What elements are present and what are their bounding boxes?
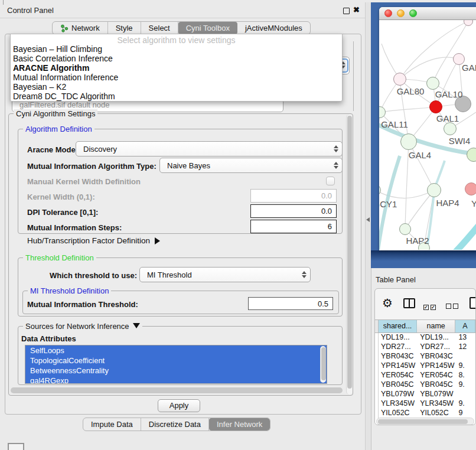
- zoom-window-icon[interactable]: [409, 9, 417, 17]
- table-row[interactable]: YDL19...YDL19...13: [375, 333, 475, 343]
- list-item-topologicalcoefficient[interactable]: TopologicalCoefficient: [25, 356, 327, 366]
- table-horizontal-scrollbar[interactable]: [376, 418, 474, 425]
- combo-stepper-icon: [334, 162, 338, 169]
- popup-item-mutual-information[interactable]: Mutual Information Inference: [11, 73, 342, 82]
- popup-item-bayesian-k2[interactable]: Bayesian – K2: [11, 82, 342, 92]
- tab-impute-data-label: Impute Data: [91, 420, 133, 429]
- dpi-tolerance-field[interactable]: 0.0: [250, 204, 337, 218]
- manual-kernel-checkbox[interactable]: [326, 177, 335, 185]
- minimize-window-icon[interactable]: [397, 9, 405, 17]
- tab-network[interactable]: Network: [53, 22, 108, 34]
- aracne-mode-combo[interactable]: Discovery: [76, 141, 343, 156]
- table-row[interactable]: YBR043CYBR043C: [375, 352, 475, 361]
- float-panel-icon[interactable]: [343, 8, 350, 14]
- network-node-gal1[interactable]: [429, 100, 442, 113]
- export-table-icon[interactable]: [470, 297, 476, 309]
- tab-discretize-data[interactable]: Discretize Data: [141, 418, 209, 431]
- node-label: Y: [471, 198, 476, 208]
- table-scrollbar-thumb[interactable]: [378, 419, 468, 424]
- table-row[interactable]: YIL052CYIL052C9: [375, 409, 475, 418]
- tab-cyni-toolbox[interactable]: Cyni Toolbox: [178, 22, 237, 34]
- splitter-collapse-icon[interactable]: [366, 217, 370, 222]
- network-canvas[interactable]: GAL GAL80 GAL10 GAL1 GAL11 SWI4 GAL4 GCY…: [379, 20, 476, 250]
- table-row[interactable]: YDR27...YDR27...12: [375, 343, 475, 352]
- titlebar-divider: [0, 18, 365, 18]
- mi-type-combo[interactable]: Naive Bayes: [159, 158, 343, 173]
- node-label: GAL1: [436, 113, 459, 123]
- mi-steps-field[interactable]: 6: [250, 220, 337, 233]
- popup-item-basic-correlation[interactable]: Basic Correlation Inference: [11, 54, 342, 63]
- columns-icon[interactable]: [403, 298, 415, 308]
- column-header-name[interactable]: name: [417, 320, 455, 332]
- settings-horizontal-scrollbar[interactable]: [11, 387, 343, 393]
- cell-shared: YDL19...: [375, 333, 417, 343]
- close-panel-icon[interactable]: ✖: [353, 5, 360, 14]
- cell-shared: YBR043C: [375, 352, 417, 361]
- node-label: SWI4: [449, 136, 471, 146]
- table-row[interactable]: YPR145WYPR145W9.: [375, 361, 475, 371]
- list-item-selfloops[interactable]: SelfLoops: [25, 345, 327, 356]
- network-node[interactable]: [465, 182, 476, 195]
- tab-select[interactable]: Select: [141, 22, 178, 34]
- network-node-gal10[interactable]: [426, 77, 439, 90]
- mi-threshold-field[interactable]: 0.5: [248, 297, 333, 310]
- aracne-mode-label: Aracne Mode:: [27, 145, 78, 154]
- node-label: GAL10: [435, 89, 463, 99]
- threshold-definition-title: Threshold Definition: [23, 253, 96, 262]
- tab-jactivemnodules[interactable]: jActiveMNodules: [237, 22, 310, 34]
- cell-shared: YDR27...: [375, 343, 417, 352]
- cell-shared: YIL052C: [375, 409, 417, 418]
- cell-name: YPR145W: [417, 361, 455, 371]
- column-header-partial[interactable]: A: [455, 320, 475, 332]
- which-threshold-combo[interactable]: MI Threshold: [139, 267, 311, 282]
- cell-name: YBR043C: [417, 352, 455, 361]
- combo-stepper-icon: [302, 271, 307, 278]
- list-item-betweennesscentrality[interactable]: BetweennessCentrality: [25, 366, 327, 376]
- mi-threshold-label: Mutual Information Threshold:: [27, 300, 138, 309]
- apply-button[interactable]: Apply: [158, 399, 200, 412]
- tab-impute-data[interactable]: Impute Data: [83, 418, 141, 431]
- hub-definition-toggle[interactable]: Hub/Transcription Factor Definition: [27, 236, 160, 245]
- table-toolbar: ⚙ ✓✓: [375, 289, 475, 319]
- cell-shared: YER054C: [375, 371, 417, 380]
- settings-scrollbar-thumb[interactable]: [347, 116, 352, 389]
- popup-item-dream8[interactable]: Dream8 DC_TDC Algorithm: [11, 92, 342, 101]
- cell-shared: YBL079W: [375, 390, 417, 399]
- settings-vertical-scrollbar[interactable]: [346, 115, 353, 394]
- cell-name: YBL079W: [417, 390, 455, 399]
- popup-item-aracne[interactable]: ARACNE Algorithm: [11, 63, 342, 73]
- tab-style-label: Style: [116, 24, 133, 32]
- network-window: GAL GAL80 GAL10 GAL1 GAL11 SWI4 GAL4 GCY…: [379, 7, 476, 250]
- table-row[interactable]: YLR345WYLR345W9.: [375, 399, 475, 409]
- network-node-gal4[interactable]: [400, 133, 417, 150]
- list-item-gal4rgexp[interactable]: gal4RGexp: [25, 376, 327, 384]
- gear-icon[interactable]: ⚙: [382, 296, 393, 310]
- tab-style[interactable]: Style: [108, 22, 141, 34]
- select-all-icon[interactable]: ✓✓: [423, 301, 438, 311]
- network-node-hap2[interactable]: [399, 223, 411, 235]
- tab-infer-network-label: Infer Network: [217, 420, 262, 429]
- network-window-titlebar[interactable]: [379, 7, 476, 20]
- table-row[interactable]: YER054CYER054C8.: [375, 371, 475, 380]
- cyni-bottom-tabs: Impute Data Discretize Data Infer Networ…: [83, 418, 270, 431]
- cell-value: 9.: [455, 380, 475, 390]
- list-vertical-scrollbar[interactable]: [320, 346, 326, 383]
- close-window-icon[interactable]: [384, 9, 392, 17]
- network-node-hap4[interactable]: [427, 183, 441, 197]
- network-node-swi4[interactable]: [444, 122, 457, 135]
- table-body: YDL19...YDL19...13 YDR27...YDR27...12 YB…: [375, 332, 475, 425]
- algorithm-definition-title: Algorithm Definition: [23, 125, 94, 133]
- resize-grip[interactable]: [8, 443, 24, 450]
- cell-name: YDR27...: [417, 343, 455, 352]
- table-row[interactable]: YBL079WYBL079W: [375, 390, 475, 399]
- tab-select-label: Select: [149, 24, 170, 32]
- deselect-all-icon[interactable]: [446, 301, 460, 311]
- data-attributes-label: Data Attributes: [21, 334, 76, 343]
- column-header-shared-name[interactable]: shared...: [379, 320, 417, 332]
- network-node-gal80[interactable]: [393, 73, 406, 86]
- popup-item-bayesian-hill[interactable]: Bayesian – Hill Climbing: [11, 44, 342, 54]
- tab-infer-network[interactable]: Infer Network: [209, 418, 270, 431]
- kernel-width-field[interactable]: 0.0: [250, 189, 337, 203]
- list-scrollbar-thumb[interactable]: [321, 347, 326, 380]
- table-row[interactable]: YBR045CYBR045C9.: [375, 380, 475, 390]
